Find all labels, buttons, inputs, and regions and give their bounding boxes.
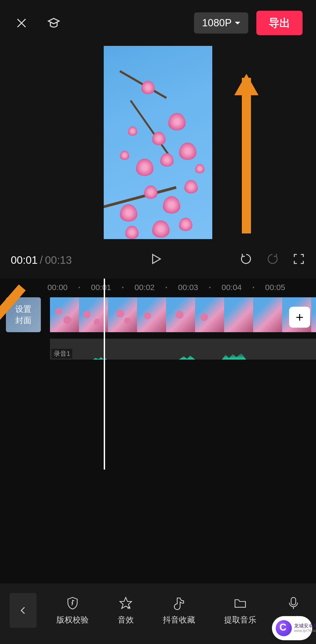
ruler-tick: 00:05: [261, 283, 290, 292]
timeline[interactable]: 00:00 • 00:01 • 00:02 • 00:03 • 00:04 • …: [0, 279, 316, 368]
top-bar: 1080P 导出: [0, 0, 316, 41]
set-cover-button[interactable]: 设置 封面: [6, 297, 41, 332]
current-time: 00:01: [11, 254, 38, 266]
clip-thumbnail[interactable]: [50, 297, 79, 332]
spacer: [0, 368, 316, 583]
tool-label: 音效: [118, 614, 134, 625]
shield-music-icon: [65, 596, 80, 611]
preview-area: [0, 41, 316, 247]
clip-thumbnail[interactable]: [224, 297, 253, 332]
tracks: 设置 封面 + 录音1: [0, 297, 316, 360]
clip-thumbnail[interactable]: [108, 297, 137, 332]
time-ruler[interactable]: 00:00 • 00:01 • 00:02 • 00:03 • 00:04 • …: [0, 279, 316, 297]
playback-controls: 00:01 / 00:13: [0, 247, 316, 279]
audio-track-label: 录音1: [52, 349, 72, 358]
watermark-url: www.ipr76.com: [294, 629, 316, 633]
tool-douyin-favorites[interactable]: 抖音收藏: [163, 596, 195, 625]
time-separator: /: [40, 254, 43, 266]
tool-label: 抖音收藏: [163, 614, 195, 625]
export-button[interactable]: 导出: [256, 11, 303, 35]
video-preview[interactable]: [104, 46, 212, 239]
audio-track[interactable]: 录音1: [50, 339, 316, 360]
fullscreen-button[interactable]: [292, 253, 305, 268]
tool-extract-music[interactable]: 提取音乐: [224, 596, 256, 625]
music-note-icon: [171, 596, 186, 611]
video-track[interactable]: [50, 297, 316, 332]
folder-icon: [233, 596, 248, 611]
microphone-icon: [286, 596, 301, 611]
video-editor-root: 1080P 导出 00:01 / 00:1: [0, 0, 316, 644]
ruler-tick: 00:02: [130, 283, 159, 292]
site-watermark: 龙城安卓网 www.ipr76.com: [272, 616, 312, 640]
watermark-name: 龙城安卓网: [294, 623, 316, 629]
undo-button[interactable]: [240, 253, 253, 268]
resolution-dropdown[interactable]: 1080P: [194, 12, 248, 34]
toolbar-back-button[interactable]: [10, 593, 37, 628]
clip-thumbnail[interactable]: [253, 297, 282, 332]
close-button[interactable]: [13, 15, 30, 31]
tool-sound-effect[interactable]: 音效: [118, 596, 134, 625]
ruler-tick: 00:01: [87, 283, 116, 292]
tool-label: 提取音乐: [224, 614, 256, 625]
star-icon: [118, 596, 133, 611]
audio-waveform: [222, 352, 246, 360]
ruler-tick: 00:04: [217, 283, 246, 292]
redo-button[interactable]: [266, 253, 279, 268]
audio-waveform: [179, 352, 195, 360]
playhead[interactable]: [104, 279, 105, 470]
resolution-label: 1080P: [202, 17, 232, 29]
clip-thumbnail[interactable]: [166, 297, 195, 332]
duration: 00:13: [45, 254, 72, 266]
clip-thumbnail[interactable]: [195, 297, 224, 332]
add-clip-button[interactable]: +: [289, 307, 310, 328]
watermark-logo-icon: [276, 620, 292, 636]
tool-label: 版权校验: [56, 614, 89, 625]
clip-thumbnail[interactable]: [311, 297, 316, 332]
play-button[interactable]: [149, 253, 162, 268]
tutorial-icon[interactable]: [46, 15, 62, 31]
clip-thumbnail[interactable]: [137, 297, 166, 332]
bottom-toolbar: 版权校验 音效 抖音收藏 提取音乐: [0, 583, 316, 644]
ruler-tick: 00:03: [174, 283, 203, 292]
ruler-tick: 00:00: [43, 283, 72, 292]
tool-copyright[interactable]: 版权校验: [56, 596, 89, 625]
